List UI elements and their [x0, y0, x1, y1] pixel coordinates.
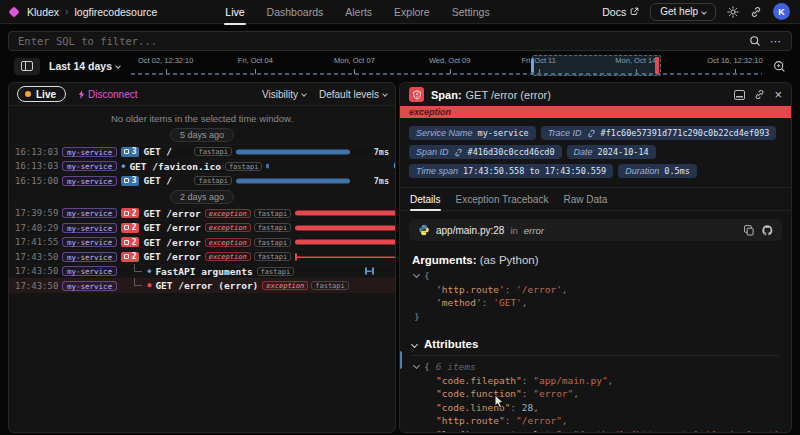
get-help-button[interactable]: Get help — [650, 3, 716, 21]
docs-link[interactable]: Docs — [602, 6, 639, 18]
service-tag[interactable]: my-service — [62, 266, 117, 276]
trace-row[interactable]: 17:43:50my-service●GET /error (error)exc… — [9, 278, 395, 293]
fastapi-tag[interactable]: fastapi — [254, 209, 292, 218]
exception-tag[interactable]: exception — [205, 238, 251, 247]
service-tag[interactable]: my-service — [62, 176, 117, 186]
copy-icon[interactable] — [744, 225, 754, 236]
service-tag[interactable]: my-service — [62, 252, 117, 262]
fastapi-tag[interactable]: fastapi — [254, 223, 292, 232]
trace-row[interactable]: 17:39:59my-service2GET /errorexceptionfa… — [9, 206, 395, 221]
trace-row[interactable]: 16:13:03my-service3GET /fastapi7ms — [9, 144, 395, 159]
duration-bar — [295, 225, 396, 230]
exception-tag[interactable]: exception — [205, 252, 251, 261]
detail-tab-exception-traceback[interactable]: Exception Traceback — [456, 194, 549, 210]
search-icon[interactable] — [749, 35, 761, 47]
trace-row[interactable]: 17:40:29my-service2GET /errorexceptionfa… — [9, 220, 395, 235]
close-icon[interactable]: × — [774, 90, 782, 100]
meta-badge-trace-id[interactable]: Trace ID#f1c60e57391d771c290c0b22cd4ef09… — [541, 126, 777, 140]
timeline-bar: Last 14 days Oct 02, 12:32:10Fri, Oct 04… — [8, 55, 792, 77]
link-icon — [587, 129, 596, 138]
expand-square-icon — [124, 211, 129, 216]
visibility-label: Visibility — [262, 89, 298, 100]
service-tag[interactable]: my-service — [62, 237, 117, 247]
share-link-button[interactable] — [750, 6, 762, 18]
row-timestamp: 17:43:50 — [15, 266, 58, 276]
timeline-zoom-button[interactable] — [773, 60, 786, 73]
avatar[interactable]: K — [773, 3, 790, 20]
error-shield-icon — [409, 87, 424, 102]
python-icon — [418, 224, 430, 236]
row-tags: exceptionfastapi — [205, 238, 291, 247]
disconnect-icon — [78, 90, 85, 99]
service-tag[interactable]: my-service — [62, 223, 117, 233]
github-icon[interactable] — [762, 225, 773, 236]
fastapi-tag[interactable]: fastapi — [194, 147, 232, 156]
time-group-label: 2 days ago — [170, 190, 234, 204]
service-tag[interactable]: my-service — [62, 147, 117, 157]
meta-badge-span-id[interactable]: Span ID#416d30c0ccd46cd0 — [409, 145, 562, 159]
code-open-brace[interactable]: {6 items — [412, 360, 779, 374]
duration-label: 7ms — [358, 147, 389, 157]
children-count-badge[interactable]: 3 — [121, 147, 139, 157]
fastapi-tag[interactable]: fastapi — [194, 176, 232, 185]
exception-tag[interactable]: exception — [205, 223, 251, 232]
duration-bar — [295, 240, 396, 245]
exception-tag[interactable]: exception — [205, 209, 251, 218]
span-header-actions: × — [734, 89, 782, 100]
visibility-dropdown[interactable]: Visibility — [262, 89, 306, 100]
duration-bar-track — [266, 160, 384, 172]
fastapi-tag[interactable]: fastapi — [254, 252, 292, 261]
timeline-track[interactable]: Oct 02, 12:32:10Fri, Oct 04Mon, Oct 07We… — [131, 55, 762, 77]
tab-live[interactable]: Live — [224, 1, 245, 23]
trace-row[interactable]: 16:15:00my-service3GET /fastapi7ms — [9, 173, 395, 188]
fastapi-tag[interactable]: fastapi — [225, 162, 263, 171]
detail-tab-raw-data[interactable]: Raw Data — [563, 194, 607, 210]
levels-dropdown[interactable]: Default levels — [319, 89, 387, 100]
children-count-badge[interactable]: 2 — [121, 252, 139, 262]
fastapi-tag[interactable]: fastapi — [257, 267, 295, 276]
exception-tag[interactable]: exception — [262, 281, 308, 290]
service-tag[interactable]: my-service — [62, 161, 117, 171]
live-button[interactable]: Live — [17, 86, 66, 102]
code-file-link[interactable]: app/main.py:28 — [436, 225, 504, 236]
breadcrumb-org[interactable]: Kludex — [27, 6, 59, 18]
children-count-badge[interactable]: 3 — [121, 176, 139, 186]
duration-label: 0.7ms — [388, 161, 396, 171]
tab-dashboards[interactable]: Dashboards — [266, 1, 325, 23]
more-options-icon[interactable]: ⋯ — [770, 36, 782, 46]
tab-alerts[interactable]: Alerts — [344, 1, 373, 23]
timeline-selection[interactable] — [532, 55, 661, 76]
sql-filter-input[interactable] — [18, 35, 740, 47]
time-range-dropdown[interactable]: Last 14 days — [49, 60, 120, 72]
code-open-brace[interactable]: { — [412, 269, 779, 283]
disconnect-button[interactable]: Disconnect — [78, 89, 137, 100]
panel-resize-handle[interactable] — [399, 351, 402, 369]
timeline-tick-label: Wed, Oct 09 — [429, 56, 471, 65]
row-timestamp: 17:41:55 — [15, 237, 58, 247]
chevron-down-icon — [701, 9, 707, 15]
attributes-heading[interactable]: Attributes — [412, 338, 779, 356]
row-tags: fastapi — [194, 176, 232, 185]
fastapi-tag[interactable]: fastapi — [311, 281, 349, 290]
timeline-tick — [255, 69, 256, 74]
trace-row[interactable]: 16:13:03my-service◆GET /favicon.icofasta… — [9, 159, 395, 174]
service-tag[interactable]: my-service — [62, 281, 117, 291]
children-count-badge[interactable]: 2 — [121, 237, 139, 247]
detail-tab-details[interactable]: Details — [410, 194, 441, 210]
theme-toggle-button[interactable] — [727, 6, 739, 18]
sidebar-toggle-button[interactable] — [14, 58, 40, 75]
copy-link-icon[interactable] — [754, 89, 765, 100]
trace-row[interactable]: 17:43:50my-service◆FastAPI argumentsfast… — [9, 264, 395, 279]
selection-handle[interactable] — [531, 58, 534, 73]
duration-label: 7ms — [358, 176, 389, 186]
tab-settings[interactable]: Settings — [451, 1, 491, 23]
children-count-badge[interactable]: 2 — [121, 208, 139, 218]
service-tag[interactable]: my-service — [62, 208, 117, 218]
fastapi-tag[interactable]: fastapi — [254, 238, 292, 247]
trace-row[interactable]: 17:43:50my-service2GET /errorexceptionfa… — [9, 249, 395, 264]
dock-panel-icon[interactable] — [734, 90, 745, 100]
children-count-badge[interactable]: 2 — [121, 223, 139, 233]
tab-explore[interactable]: Explore — [393, 1, 431, 23]
breadcrumb-project[interactable]: logfirecodesource — [74, 6, 157, 18]
trace-row[interactable]: 17:41:55my-service2GET /errorexceptionfa… — [9, 235, 395, 250]
